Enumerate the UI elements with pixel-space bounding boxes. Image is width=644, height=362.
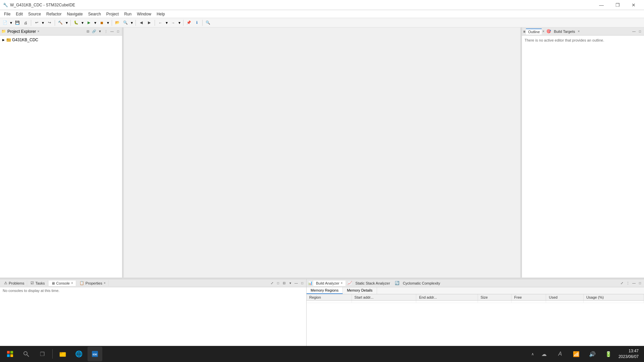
toolbar-nav-fwd-dropdown[interactable]: ▾: [177, 19, 181, 26]
tab-build-targets[interactable]: Build Targets: [552, 29, 577, 34]
console-action-3[interactable]: ⊟: [281, 281, 287, 286]
outline-close[interactable]: ×: [542, 29, 544, 33]
menu-window[interactable]: Window: [134, 10, 154, 18]
build-targets-close[interactable]: ×: [578, 29, 580, 33]
menu-navigate[interactable]: Navigate: [64, 10, 85, 18]
build-analyzer-icon: 📊: [308, 281, 313, 285]
clock[interactable]: 13:47 2023/06/07: [619, 348, 639, 360]
tray-audio[interactable]: 🔊: [585, 347, 600, 361]
toolbar-new-dropdown[interactable]: ▾: [9, 19, 13, 26]
menu-run[interactable]: Run: [121, 10, 134, 18]
build-analyzer-maximize-btn[interactable]: □: [637, 281, 643, 286]
toolbar-print-btn[interactable]: 🖨: [22, 19, 29, 26]
menu-source[interactable]: Source: [25, 10, 44, 18]
tray-chevron[interactable]: ∧: [530, 351, 535, 357]
taskbar-stm32cubeide[interactable]: IDE: [88, 347, 102, 361]
minimize-button[interactable]: —: [594, 0, 609, 10]
toolbar-info-btn[interactable]: ℹ: [193, 19, 201, 26]
filter-btn[interactable]: ▼: [97, 29, 103, 34]
menu-help[interactable]: Help: [154, 10, 168, 18]
toolbar-stop-btn[interactable]: ⏹: [98, 19, 105, 26]
menu-file[interactable]: File: [1, 10, 13, 18]
tree-expand-icon[interactable]: ▶: [1, 38, 5, 42]
toolbar-open-btn[interactable]: 📂: [114, 19, 121, 26]
cyclomatic-icon: 🔄: [395, 281, 399, 285]
toolbar-undo-btn[interactable]: ↩: [33, 19, 40, 26]
toolbar-nav-back-btn[interactable]: ←: [157, 19, 164, 26]
toolbar-debug-btn[interactable]: 🐛: [72, 19, 80, 26]
build-analyzer-actions: ⤢ ⋮ — □: [619, 281, 643, 286]
tab-console[interactable]: 🖥 Console ×: [49, 281, 76, 286]
tab-tasks[interactable]: ☑ Tasks: [28, 280, 48, 286]
right-panel-maximize-btn[interactable]: □: [637, 29, 643, 34]
menu-refactor[interactable]: Refactor: [44, 10, 64, 18]
toolbar-undo-dropdown[interactable]: ▾: [41, 19, 45, 26]
tab-build-analyzer[interactable]: Build Analyzer ×: [313, 281, 345, 286]
menu-search[interactable]: Search: [86, 10, 104, 18]
memory-regions-tab[interactable]: Memory Regions: [307, 287, 343, 294]
toolbar-search-btn[interactable]: 🔍: [122, 19, 129, 26]
tree-item-root[interactable]: ▶ G431KB_CDC: [0, 37, 122, 43]
toolbar-prev-edit-btn[interactable]: ◀: [138, 19, 145, 26]
toolbar-nav-back-dropdown[interactable]: ▾: [165, 19, 169, 26]
toolbar-quick-access[interactable]: 🔍: [204, 19, 212, 26]
taskbar-search[interactable]: [19, 347, 34, 361]
project-tree: ▶ G431KB_CDC: [0, 36, 122, 278]
toolbar-run-dropdown[interactable]: ▾: [93, 19, 97, 26]
taskbar-edge[interactable]: 🌐: [71, 347, 86, 361]
maximize-button[interactable]: ❐: [610, 0, 625, 10]
toolbar-redo-btn[interactable]: ↪: [46, 19, 53, 26]
tab-properties[interactable]: 📋 Properties ×: [77, 280, 109, 286]
tray-font[interactable]: A: [553, 347, 568, 361]
tab-outline[interactable]: Outline: [526, 28, 542, 35]
toolbar-search-dropdown[interactable]: ▾: [130, 19, 134, 26]
maximize-panel-btn[interactable]: □: [115, 29, 121, 34]
right-panel-minimize-btn[interactable]: —: [631, 29, 637, 34]
minimize-panel-btn[interactable]: —: [109, 29, 115, 34]
tray-cloud[interactable]: ☁: [537, 347, 551, 361]
toolbar-run-btn[interactable]: ▶: [85, 19, 93, 26]
console-action-1[interactable]: ⤢: [269, 281, 275, 286]
build-targets-icon: 🎯: [546, 29, 551, 34]
toolbar-nav-fwd-btn[interactable]: →: [169, 19, 177, 26]
properties-close[interactable]: ×: [104, 281, 106, 285]
toolbar-file-group: 📄 ▾: [1, 19, 13, 26]
console-action-4[interactable]: ▾: [287, 281, 293, 286]
toolbar-build-btn[interactable]: 🔨: [57, 19, 64, 26]
build-analyzer-action-2[interactable]: ⋮: [625, 281, 631, 286]
tab-cyclomatic[interactable]: Cyclomatic Complexity: [400, 281, 443, 286]
svg-rect-4: [7, 354, 10, 357]
toolbar-new-btn[interactable]: 📄: [1, 19, 9, 26]
project-explorer-close[interactable]: ×: [37, 29, 39, 33]
toolbar-pin-btn[interactable]: 📌: [185, 19, 193, 26]
collapse-all-btn[interactable]: ⊟: [85, 29, 91, 34]
start-button[interactable]: [3, 347, 17, 361]
tab-problems[interactable]: ⚠ Problems: [1, 280, 27, 286]
link-editor-btn[interactable]: 🔗: [91, 29, 97, 34]
build-analyzer-minimize-btn[interactable]: —: [631, 281, 637, 286]
taskbar-file-explorer[interactable]: [55, 347, 70, 361]
tray-wifi[interactable]: 📶: [569, 347, 584, 361]
view-menu-btn[interactable]: ⋮: [103, 29, 109, 34]
taskbar-task-view[interactable]: ❐: [35, 347, 50, 361]
toolbar-stop-dropdown[interactable]: ▾: [106, 19, 110, 26]
tray-battery[interactable]: 🔋: [601, 347, 616, 361]
toolbar-build-dropdown[interactable]: ▾: [65, 19, 69, 26]
menu-edit[interactable]: Edit: [13, 10, 25, 18]
console-close[interactable]: ×: [71, 281, 73, 285]
console-action-2[interactable]: □: [275, 281, 281, 286]
build-analyzer-action-1[interactable]: ⤢: [619, 281, 625, 286]
tab-static-stack[interactable]: Static Stack Analyzer: [353, 281, 393, 286]
memory-details-tab[interactable]: Memory Details: [343, 287, 377, 294]
toolbar-debug-dropdown[interactable]: ▾: [80, 19, 85, 26]
console-maximize-btn[interactable]: □: [300, 281, 305, 286]
toolbar-save-btn[interactable]: 💾: [14, 19, 21, 26]
console-minimize-btn[interactable]: —: [293, 281, 299, 286]
build-analyzer-close[interactable]: ×: [341, 281, 343, 285]
memory-tabs: Memory Regions Memory Details: [307, 287, 644, 294]
close-button[interactable]: ✕: [626, 0, 641, 10]
menu-project[interactable]: Project: [104, 10, 121, 18]
taskbar-separator-1: [52, 349, 53, 359]
console-message: No consoles to display at this time.: [3, 289, 59, 293]
toolbar-next-edit-btn[interactable]: ▶: [146, 19, 153, 26]
